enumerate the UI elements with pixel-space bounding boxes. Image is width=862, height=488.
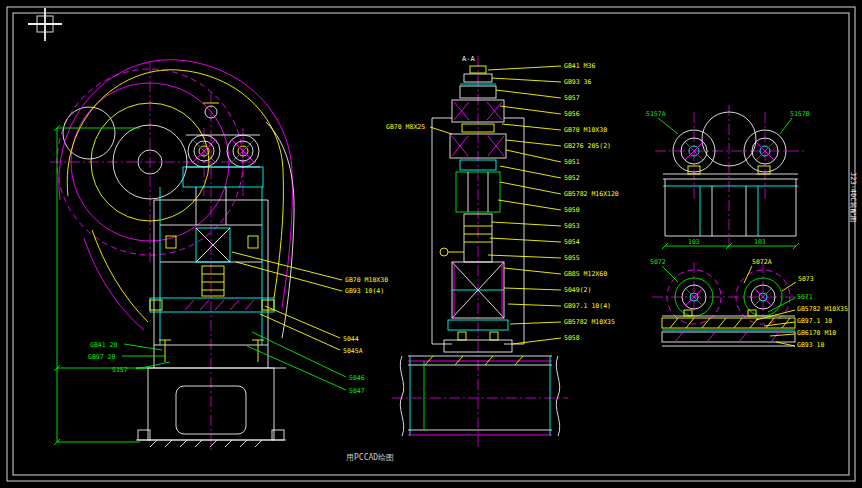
top-detail-view: 5157A 5157B 103 103 — [646, 105, 810, 250]
part-callout: 5157 — [112, 366, 128, 374]
part-callout: GB93 10(4) — [345, 287, 384, 295]
part-callout: GB93 36 — [564, 78, 591, 86]
part-callout: GB5782 M10X35 — [797, 305, 848, 313]
dimension-text: 103 — [688, 238, 700, 246]
part-callout: 5072 — [650, 258, 666, 266]
part-callout: 5157A — [646, 110, 666, 118]
part-callout: GB5782 M10X35 — [564, 318, 615, 326]
part-callout: GB70 M10X30 — [564, 126, 607, 134]
part-callout: 5072A — [752, 258, 772, 266]
part-callout: 5055 — [564, 254, 580, 262]
part-callout: 5052 — [564, 174, 580, 182]
part-callout: GB97.1 10(4) — [564, 302, 611, 310]
part-callout: 5071 — [797, 293, 813, 301]
part-callout: GB41 20 — [90, 341, 117, 349]
part-callout: GB6170 M10 — [797, 329, 836, 337]
part-callout: 5056 — [564, 110, 580, 118]
part-callout: 5073 — [798, 275, 814, 283]
part-callout: 5046 — [349, 374, 365, 382]
part-callout: GB97.1 10 — [797, 317, 832, 325]
part-callout: GB85 M12X60 — [564, 270, 607, 278]
part-callout: GB41 M36 — [564, 62, 595, 70]
part-callout: GB5782 M16X120 — [564, 190, 619, 198]
frame-vertical-title: J23-40C装配图 — [849, 172, 857, 223]
watermark-text: 用PCCAD绘图 — [346, 453, 394, 462]
part-callout: 5044 — [343, 335, 359, 343]
part-callout: 5054 — [564, 238, 580, 246]
part-callout: GB93 10 — [797, 341, 824, 349]
part-callout: 5045A — [343, 347, 363, 355]
part-callout: 5049(2) — [564, 286, 591, 294]
bottom-detail-view: 5072 5072A 5073 5071 GB5782 M10X35 GB97.… — [650, 258, 848, 349]
part-callout: GB70 M8X25 — [386, 123, 425, 131]
part-callout: GB97 20 — [88, 353, 115, 361]
section-label: A-A — [462, 55, 475, 63]
part-callout: GB276 205(2) — [564, 142, 611, 150]
part-callout: GB70 M10X30 — [345, 276, 388, 284]
front-view: GB41 20 GB97 20 5157 GB70 M10X30 GB93 10… — [50, 60, 388, 450]
side-section-view: A-A — [386, 55, 619, 450]
dimension-text: 103 — [754, 238, 766, 246]
part-callout: 5058 — [564, 334, 580, 342]
part-callout: 5157B — [790, 110, 810, 118]
cad-drawing-canvas[interactable]: 用PCCAD绘图 J23-40C装配图 — [0, 0, 862, 488]
part-callout: 5051 — [564, 158, 580, 166]
part-callout: 5057 — [564, 94, 580, 102]
part-callout: 5050 — [564, 206, 580, 214]
part-callout: 5047 — [349, 387, 365, 395]
cad-viewport: 用PCCAD绘图 J23-40C装配图 — [0, 0, 862, 488]
part-callout: 5053 — [564, 222, 580, 230]
